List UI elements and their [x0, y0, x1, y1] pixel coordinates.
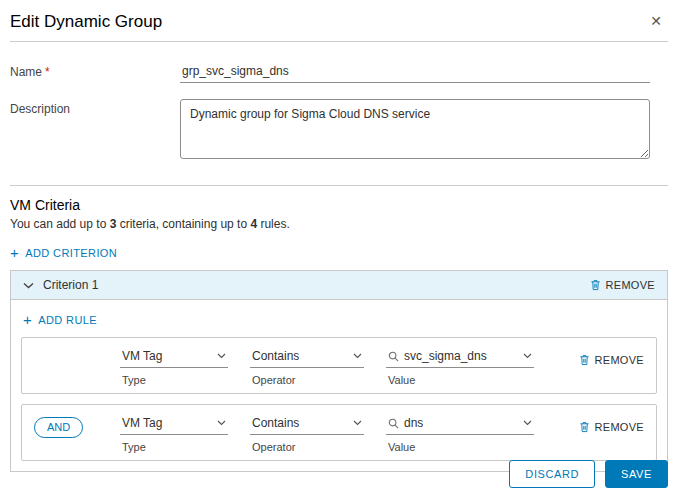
value-select[interactable]: dns [386, 415, 534, 435]
rule-row: AND VM Tag Type Contains Operator [21, 404, 657, 461]
type-select[interactable]: VM Tag [120, 415, 228, 435]
chevron-down-icon[interactable] [23, 282, 34, 289]
type-select-value: VM Tag [122, 416, 162, 430]
add-criterion-button[interactable]: + ADD CRITERION [10, 245, 117, 260]
rule-connector: AND [34, 415, 120, 438]
criterion-body: + ADD RULE VM Tag Type Contains [11, 300, 667, 471]
type-select-value: VM Tag [122, 349, 162, 363]
search-icon [388, 351, 399, 362]
remove-rule-label: REMOVE [595, 354, 644, 366]
value-select-value: svc_sigma_dns [404, 349, 487, 363]
dialog-title: Edit Dynamic Group [10, 12, 162, 32]
chevron-down-icon [211, 353, 226, 359]
value-select-value: dns [404, 416, 423, 430]
required-asterisk: * [45, 65, 50, 79]
type-select[interactable]: VM Tag [120, 348, 228, 368]
criteria-help-text: You can add up to 3 criteria, containing… [10, 217, 668, 231]
discard-button[interactable]: DISCARD [509, 460, 595, 488]
rule-type-group: VM Tag Type [120, 348, 228, 386]
edit-dynamic-group-dialog: Edit Dynamic Group ✕ Name* Description D… [0, 0, 678, 501]
remove-criterion-label: REMOVE [606, 279, 655, 291]
dialog-footer: DISCARD SAVE [509, 460, 668, 488]
add-criterion-label: ADD CRITERION [25, 247, 117, 259]
chevron-down-icon [347, 353, 362, 359]
type-field-label: Type [120, 374, 228, 386]
rule-value-group: svc_sigma_dns Value [386, 348, 534, 386]
operator-select-value: Contains [252, 349, 299, 363]
save-button[interactable]: SAVE [605, 460, 668, 488]
criteria-help-middle: criteria, containing up to [116, 217, 250, 231]
criterion-title: Criterion 1 [43, 278, 98, 292]
criteria-help-suffix: rules. [257, 217, 290, 231]
rule-value-group: dns Value [386, 415, 534, 453]
trash-icon [590, 279, 601, 291]
operator-field-label: Operator [250, 374, 364, 386]
rule-row: VM Tag Type Contains Operator svc_s [21, 337, 657, 394]
chevron-down-icon [211, 420, 226, 426]
plus-icon: + [23, 312, 32, 327]
section-divider [10, 185, 668, 186]
search-icon [388, 418, 399, 429]
name-label-text: Name [10, 65, 42, 79]
rule-connector [34, 348, 120, 350]
operator-select[interactable]: Contains [250, 348, 364, 368]
name-input[interactable] [180, 62, 650, 83]
close-icon[interactable]: ✕ [646, 12, 666, 30]
description-row: Description Dynamic group for Sigma Clou… [10, 99, 668, 159]
value-field-label: Value [386, 374, 534, 386]
operator-field-label: Operator [250, 441, 364, 453]
description-label: Description [10, 99, 180, 116]
operator-select[interactable]: Contains [250, 415, 364, 435]
chevron-down-icon [517, 420, 532, 426]
add-rule-label: ADD RULE [38, 314, 97, 326]
remove-rule-label: REMOVE [595, 421, 644, 433]
add-rule-button[interactable]: + ADD RULE [23, 312, 97, 327]
and-connector-badge: AND [34, 417, 83, 438]
remove-criterion-button[interactable]: REMOVE [590, 279, 655, 291]
remove-rule-button[interactable]: REMOVE [579, 415, 644, 433]
type-field-label: Type [120, 441, 228, 453]
trash-icon [579, 354, 590, 366]
name-row: Name* [10, 62, 668, 83]
rule-type-group: VM Tag Type [120, 415, 228, 453]
chevron-down-icon [517, 353, 532, 359]
plus-icon: + [10, 245, 19, 260]
name-label: Name* [10, 62, 180, 79]
rule-operator-group: Contains Operator [250, 415, 364, 453]
criteria-help-prefix: You can add up to [10, 217, 110, 231]
vm-criteria-heading: VM Criteria [10, 197, 668, 213]
trash-icon [579, 421, 590, 433]
value-select[interactable]: svc_sigma_dns [386, 348, 534, 368]
criterion-panel: Criterion 1 REMOVE + ADD RULE VM Tag [10, 270, 668, 472]
value-field-label: Value [386, 441, 534, 453]
dialog-header: Edit Dynamic Group ✕ [10, 12, 668, 42]
description-input[interactable]: Dynamic group for Sigma Cloud DNS servic… [180, 99, 650, 159]
criterion-header: Criterion 1 REMOVE [11, 271, 667, 300]
remove-rule-button[interactable]: REMOVE [579, 348, 644, 366]
operator-select-value: Contains [252, 416, 299, 430]
chevron-down-icon [347, 420, 362, 426]
rule-operator-group: Contains Operator [250, 348, 364, 386]
